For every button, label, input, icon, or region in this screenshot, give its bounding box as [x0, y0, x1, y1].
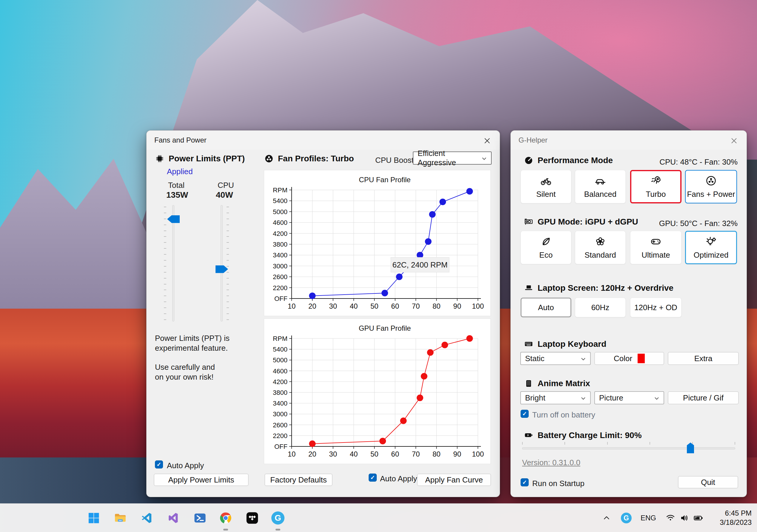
svg-text:OFF: OFF: [274, 295, 288, 302]
tray-expand-button[interactable]: [599, 510, 614, 526]
ghelper-tray-icon[interactable]: G: [619, 510, 634, 526]
auto-apply-power-checkbox[interactable]: [155, 461, 163, 468]
laptop-screen-header: Laptop Screen: 120Hz + Overdrive: [524, 283, 673, 293]
close-icon[interactable]: [728, 135, 740, 147]
mode-button-standard[interactable]: Standard: [575, 231, 626, 264]
svg-text:70: 70: [412, 302, 420, 310]
svg-text:3800: 3800: [273, 389, 288, 396]
matrix-brightness-select[interactable]: Bright: [520, 391, 591, 405]
clock[interactable]: 6:45 PM 3/18/2023: [720, 508, 752, 527]
factory-defaults-button[interactable]: Factory Defaults: [264, 474, 333, 486]
mode-button-eco[interactable]: Eco: [521, 231, 571, 264]
flower-icon: [594, 236, 606, 247]
gpu-card-icon: [524, 217, 533, 227]
chrome-icon[interactable]: [217, 510, 234, 526]
screen-button-auto[interactable]: Auto: [521, 297, 571, 317]
battery-bolt-icon: [524, 431, 533, 440]
total-slider-ticks: [164, 207, 166, 320]
ppt-note-line: experimental feature.: [155, 343, 229, 353]
file-explorer-icon[interactable]: [112, 510, 129, 526]
matrix-picture-button[interactable]: Picture / Gif: [668, 391, 739, 405]
start-button[interactable]: [85, 510, 102, 526]
performance-mode-header: Performance Mode: [524, 156, 613, 165]
lightbulb-gear-icon: [705, 236, 717, 247]
svg-text:50: 50: [371, 450, 378, 458]
auto-apply-fan-checkbox[interactable]: [369, 474, 377, 482]
chevron-down-icon: [481, 155, 487, 161]
svg-text:GPU Fan Profile: GPU Fan Profile: [359, 324, 411, 332]
mode-button-ultimate[interactable]: Ultimate: [630, 231, 681, 264]
volume-icon[interactable]: [677, 510, 691, 526]
svg-text:5400: 5400: [273, 346, 288, 353]
screen-button-60hz[interactable]: 60Hz: [575, 297, 626, 317]
powershell-icon[interactable]: [192, 510, 208, 526]
svg-text:4200: 4200: [273, 230, 288, 238]
cpu-boost-value: Efficient Aggressive: [418, 149, 481, 167]
svg-text:5000: 5000: [273, 208, 288, 216]
svg-text:80: 80: [433, 302, 440, 310]
ghelper-taskbar-icon[interactable]: G: [270, 510, 286, 526]
cpu-slider-thumb[interactable]: [216, 266, 228, 273]
apply-fan-curve-button[interactable]: Apply Fan Curve: [417, 474, 491, 486]
ppt-note-line: on your own risk!: [155, 372, 229, 382]
apply-power-limits-button[interactable]: Apply Power Limits: [154, 474, 249, 486]
battery-slider-track[interactable]: [522, 447, 735, 449]
windows-logo-icon: [87, 512, 100, 524]
wifi-icon[interactable]: [663, 510, 678, 526]
fans-window-title: Fans and Power: [154, 136, 207, 144]
vscode-icon[interactable]: [138, 510, 155, 526]
matrix-mode-select[interactable]: Picture: [594, 391, 664, 405]
run-on-startup-checkbox[interactable]: [521, 478, 529, 486]
svg-text:OFF: OFF: [274, 443, 288, 450]
fan-icon: [705, 175, 717, 187]
fans-window-titlebar[interactable]: Fans and Power: [147, 131, 500, 150]
language-indicator[interactable]: ENG: [641, 514, 656, 522]
svg-text:3400: 3400: [273, 251, 288, 259]
chevron-down-icon: [653, 395, 660, 401]
quit-button[interactable]: Quit: [678, 476, 738, 489]
tidal-icon[interactable]: [244, 510, 260, 526]
total-slider-thumb[interactable]: [167, 215, 180, 223]
cpu-slider-track[interactable]: [221, 205, 223, 322]
anime-matrix-header: Anime Matrix: [524, 379, 590, 388]
mode-button-optimized[interactable]: Optimized: [685, 231, 737, 264]
close-icon[interactable]: [481, 135, 493, 147]
total-label: Total: [168, 181, 185, 190]
chrome-running-indicator: [223, 529, 228, 530]
cpu-fan-chart[interactable]: OFF220026003000340038004200460050005400R…: [264, 170, 491, 316]
svg-text:62C, 2400 RPM: 62C, 2400 RPM: [393, 260, 448, 269]
ghelper-logo-icon: G: [621, 513, 632, 523]
mode-button-turbo[interactable]: Turbo: [630, 170, 681, 203]
mode-button-balanced[interactable]: Balanced: [575, 170, 626, 203]
battery-icon[interactable]: [691, 510, 706, 526]
leaf-icon: [540, 236, 552, 247]
chip-icon: [155, 154, 165, 163]
mode-button-fans-power[interactable]: Fans + Power: [685, 170, 737, 203]
cpu-boost-label: CPU Boost: [375, 156, 414, 165]
turn-off-on-battery-checkbox[interactable]: [521, 410, 529, 418]
svg-text:RPM: RPM: [273, 186, 288, 194]
cpu-temp-status: CPU: 48°C - Fan: 30%: [659, 157, 738, 167]
version-link[interactable]: Version: 0.31.0.0: [522, 458, 580, 467]
chevron-down-icon: [580, 395, 587, 401]
keyboard-mode-select[interactable]: Static: [520, 352, 591, 365]
svg-text:5400: 5400: [273, 197, 288, 205]
cpu-boost-select[interactable]: Efficient Aggressive: [413, 152, 492, 165]
visual-studio-icon[interactable]: [165, 510, 182, 526]
mode-button-silent[interactable]: Silent: [521, 170, 571, 203]
cpu-label: CPU: [218, 181, 234, 190]
keyboard-color-button[interactable]: Color: [594, 352, 664, 365]
gamepad-icon: [650, 236, 662, 247]
svg-text:4600: 4600: [273, 219, 288, 226]
matrix-icon: [524, 379, 533, 388]
gpu-fan-chart[interactable]: OFF220026003000340038004200460050005400R…: [264, 319, 491, 464]
ghelper-titlebar[interactable]: G-Helper: [511, 131, 746, 150]
keyboard-extra-button[interactable]: Extra: [668, 352, 739, 365]
chevron-down-icon: [580, 355, 587, 362]
laptop-icon: [524, 283, 533, 293]
power-limits-status: Applied: [167, 167, 193, 176]
svg-text:20: 20: [308, 450, 317, 458]
fans-and-power-window: Fans and Power Power Limits (PPT) Applie…: [146, 130, 500, 497]
ppt-note-line: Use carefully and: [155, 362, 229, 372]
screen-button-120hz-od[interactable]: 120Hz + OD: [630, 297, 681, 317]
